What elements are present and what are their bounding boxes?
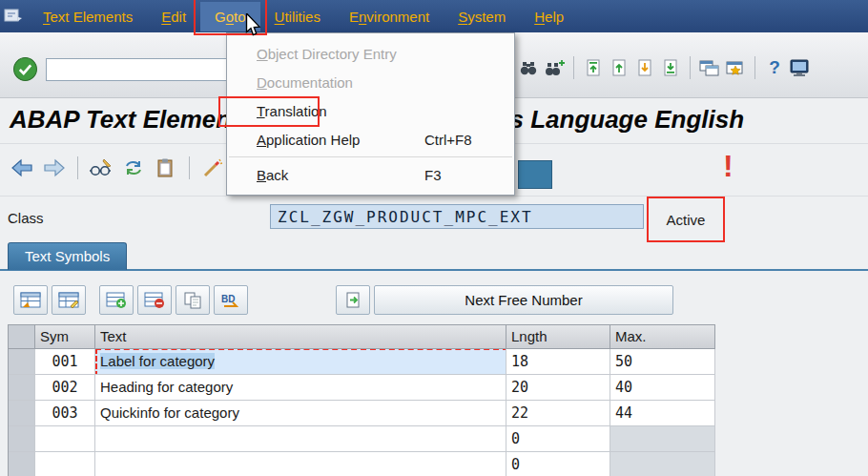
sym-cell[interactable]: 001 [35,349,95,375]
new-session-icon[interactable] [698,55,721,80]
column-header-max[interactable]: Max. [610,325,715,349]
menu-item-system[interactable]: System [444,2,520,31]
sort-icon[interactable]: BD [214,285,248,315]
previous-page-icon[interactable] [608,55,630,80]
back-icon[interactable] [8,155,36,181]
window-icon [4,9,23,24]
max-cell[interactable] [610,452,715,476]
menu-item-help[interactable]: Help [520,2,578,31]
select-table-icon[interactable] [52,285,86,315]
menu-item-utilities[interactable]: Utilities [260,2,335,31]
table-toolbar: BD Next Free Number [13,285,673,315]
menu-item-edit[interactable]: Edit [147,2,200,31]
sym-cell[interactable] [35,452,95,476]
menu-item-goto[interactable]: Goto [200,2,260,31]
enter-button[interactable] [12,56,39,83]
menu-item-back[interactable]: Back F3 [227,160,514,189]
find-icon[interactable] [517,55,540,80]
toolbar-separator [189,156,190,179]
lngth-cell[interactable]: 0 [506,452,610,476]
insert-entry-icon[interactable] [336,285,370,315]
row-selector[interactable] [9,349,35,375]
menu-item-object-directory-entry: Object Directory Entry [227,39,514,68]
delete-row-icon[interactable] [137,285,172,315]
column-header-text[interactable]: Text [95,325,506,349]
menu-item-label: Documentation [257,74,353,91]
menu-bar: Text Elements Edit Goto Utilities Enviro… [0,0,868,32]
lngth-cell[interactable]: 0 [506,426,610,452]
next-page-icon[interactable] [633,55,656,80]
column-header-lngth[interactable]: Lngth [506,325,610,349]
sym-cell[interactable] [35,426,95,452]
max-cell[interactable]: 44 [610,401,715,426]
menu-item-shortcut: Ctrl+F8 [424,132,493,148]
clipboard-icon[interactable] [152,155,180,181]
menu-item-label: Translation [257,103,327,119]
refresh-icon[interactable] [119,155,148,181]
menu-item-shortcut: F3 [424,167,493,183]
sym-cell[interactable]: 003 [35,401,95,426]
row-selector[interactable] [9,426,35,452]
choose-icon[interactable] [13,285,48,315]
menu-item-label: Back [257,167,288,183]
row-selector[interactable] [9,401,35,426]
text-cell[interactable] [95,426,506,452]
first-page-icon[interactable] [582,55,605,80]
menu-item-environment[interactable]: Environment [335,2,444,31]
exclamation-icon: ! [723,149,734,184]
text-cell-selected[interactable]: Label for category [95,349,506,375]
toolbar-separator [573,56,574,79]
insert-row-icon[interactable] [99,285,134,315]
row-selector[interactable] [9,452,35,476]
toolbar-separator [690,56,691,79]
lngth-cell[interactable]: 22 [506,401,610,426]
annotation-active: Active [647,197,725,242]
text-cell-value: Label for category [100,353,215,369]
next-free-number-button[interactable]: Next Free Number [374,285,673,315]
class-label: Class [8,210,44,226]
help-icon[interactable]: ? [763,55,786,80]
pattern-wand-icon[interactable] [198,155,227,181]
sap-gui-window: Text Elements Edit Goto Utilities Enviro… [0,0,868,476]
table-select-all-header[interactable] [9,325,35,349]
menu-item-text-elements[interactable]: Text Elements [29,2,147,31]
lngth-cell[interactable]: 20 [506,375,610,401]
toolbar-separator [754,56,755,79]
menu-item-label: Application Help [257,132,360,148]
menu-separator [229,156,512,157]
max-cell[interactable]: 50 [610,349,715,375]
column-header-sym[interactable]: Sym [35,325,95,349]
toolbar-separator [77,156,78,179]
status-active-label: Active [667,212,706,228]
command-field[interactable] [46,58,229,81]
row-selector[interactable] [9,375,35,401]
text-symbols-table: Sym Text Lngth Max. 001 Label for catego… [8,324,715,476]
goto-menu-popup: Object Directory Entry Documentation Tra… [226,32,515,196]
copy-rows-icon[interactable] [176,285,210,315]
menu-item-translation[interactable]: Translation [227,96,514,125]
last-page-icon[interactable] [659,55,682,80]
menu-item-application-help[interactable]: Application Help Ctrl+F8 [227,125,514,154]
lngth-cell[interactable]: 18 [506,349,610,375]
menu-item-label: Object Directory Entry [257,46,397,62]
toolbar-icon-cluster: ? [517,55,812,80]
menu-item-goto-label: Goto [215,9,246,25]
partially-hidden-icon[interactable] [518,160,552,189]
gui-settings-icon[interactable] [789,55,812,80]
text-cell[interactable] [95,452,506,476]
forward-icon[interactable] [40,155,69,181]
text-cell[interactable]: Quickinfo for category [95,401,506,426]
display-change-icon[interactable] [87,155,115,181]
green-check-icon [12,56,38,82]
max-cell[interactable] [610,426,715,452]
max-cell[interactable]: 40 [610,375,715,401]
tab-text-symbols[interactable]: Text Symbols [8,242,127,270]
menu-item-documentation: Documentation [227,68,514,96]
create-shortcut-icon[interactable] [724,55,747,80]
tab-underline [0,269,868,271]
text-cell[interactable]: Heading for category [95,375,506,401]
find-next-icon[interactable] [543,55,566,80]
sym-cell[interactable]: 002 [35,375,95,401]
class-field[interactable]: ZCL_ZGW_PRODUCT_MPC_EXT [270,204,644,229]
